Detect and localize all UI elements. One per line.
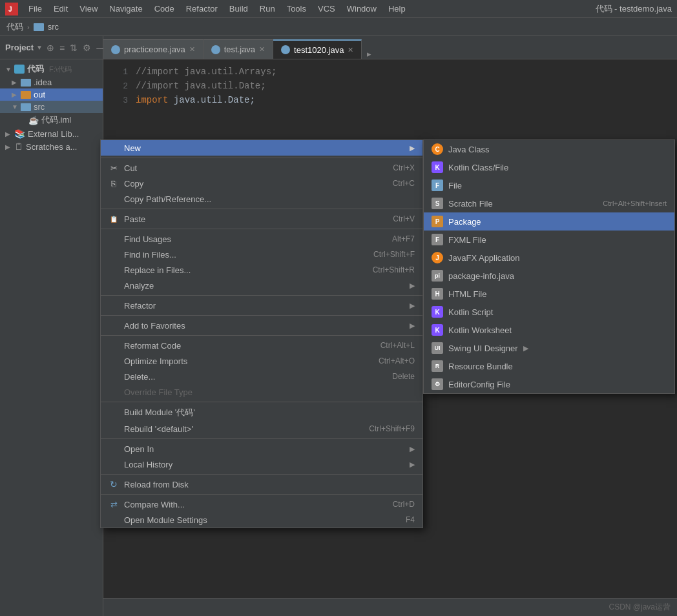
sub-icon-kscript: K xyxy=(432,306,443,318)
ctx-item-optimizeimports[interactable]: Optimize Imports Ctrl+Alt+O xyxy=(101,353,422,369)
ctx-item-copypath[interactable]: Copy Path/Reference... xyxy=(101,191,422,207)
tab-practiceone[interactable]: practiceone.java ✕ xyxy=(103,39,203,59)
tree-item-root[interactable]: ▼ 代码 F:\代码 xyxy=(0,62,103,76)
tab-close-test1020[interactable]: ✕ xyxy=(348,46,353,54)
ctx-refactor-icon xyxy=(109,300,119,311)
menu-run[interactable]: Run xyxy=(255,3,280,15)
tree-item-scratches[interactable]: ▶ 🗒 Scratches a... xyxy=(0,140,103,153)
tab-test1020[interactable]: test1020.java ✕ xyxy=(273,39,362,59)
ctx-item-reload[interactable]: Reload from Disk xyxy=(101,477,422,492)
menu-window[interactable]: Window xyxy=(342,3,382,15)
menu-code[interactable]: Code xyxy=(149,3,180,15)
sub-item-kotlinclass[interactable]: K Kotlin Class/File xyxy=(424,158,674,176)
ctx-item-findinfiles[interactable]: Find in Files... Ctrl+Shift+F xyxy=(101,247,422,262)
menu-file[interactable]: File xyxy=(23,3,47,15)
ctx-item-cut[interactable]: Cut Ctrl+X xyxy=(101,160,422,176)
ctx-openin-icon xyxy=(109,444,119,454)
sub-label-swing: Swing UI Designer xyxy=(448,344,518,353)
menu-vcs[interactable]: VCS xyxy=(313,3,340,15)
tab-more-btn[interactable]: ▸ xyxy=(362,49,377,59)
ctx-item-copy[interactable]: Copy Ctrl+C xyxy=(101,176,422,191)
ctx-replaceinfiles-shortcut: Ctrl+Shift+R xyxy=(373,265,415,274)
submenu-new[interactable]: C Java Class K Kotlin Class/File F File … xyxy=(423,139,675,394)
sub-item-html[interactable]: H HTML File xyxy=(424,285,674,303)
ctx-reload-icon xyxy=(109,479,119,489)
menu-navigate[interactable]: Navigate xyxy=(104,3,147,15)
tab-icon-test1020 xyxy=(281,45,290,54)
sub-item-javafx[interactable]: J JavaFX Application xyxy=(424,249,674,267)
sub-label-pkginfo: package-info.java xyxy=(448,271,514,281)
context-menu[interactable]: New ▶ Cut Ctrl+X Copy Ctrl+C Copy Path/R… xyxy=(100,139,423,528)
ctx-copypath-label: Copy Path/Reference... xyxy=(124,194,415,204)
sub-label-fxml: FXML File xyxy=(448,235,486,245)
sub-item-pkginfo[interactable]: pi package-info.java xyxy=(424,267,674,285)
menu-tools[interactable]: Tools xyxy=(282,3,311,15)
tree-item-src[interactable]: ▼ src xyxy=(0,101,103,113)
sub-item-package[interactable]: P Package xyxy=(424,212,674,231)
tree-item-out[interactable]: ▶ out xyxy=(0,88,103,101)
breadcrumb-item-root[interactable]: 代码 xyxy=(6,21,23,33)
sub-icon-swing: UI xyxy=(432,342,443,354)
sub-icon-fxml: F xyxy=(432,234,443,245)
sub-item-kscript[interactable]: K Kotlin Script xyxy=(424,303,674,321)
sidebar-collapse-btn[interactable]: ≡ xyxy=(58,41,66,54)
menu-build[interactable]: Build xyxy=(224,3,253,15)
ctx-item-favorites[interactable]: Add to Favorites ▶ xyxy=(101,318,422,333)
ctx-findusages-label: Find Usages xyxy=(124,234,387,244)
tree-label-scratches: Scratches a... xyxy=(26,142,77,152)
sub-label-resource: Resource Bundle xyxy=(448,362,513,371)
svg-text:J: J xyxy=(8,6,12,13)
sub-item-fxml[interactable]: F FXML File xyxy=(424,231,674,249)
sidebar-expand-btn[interactable]: ⇅ xyxy=(68,41,79,54)
line-number-3: 3 xyxy=(109,96,128,105)
sub-label-scratch: Scratch File xyxy=(448,199,493,209)
menu-edit[interactable]: Edit xyxy=(48,3,73,15)
sidebar-settings-btn[interactable]: ⚙ xyxy=(81,41,92,54)
tree-label-src: src xyxy=(34,102,45,112)
tree-item-idea[interactable]: ▶ .idea xyxy=(0,76,103,88)
sub-item-resource[interactable]: R Resource Bundle xyxy=(424,357,674,375)
sidebar-add-btn[interactable]: ⊕ xyxy=(45,41,56,54)
tab-close-practiceone[interactable]: ✕ xyxy=(189,45,195,54)
ctx-item-localhistory[interactable]: Local History ▶ xyxy=(101,457,422,472)
src-folder-icon xyxy=(21,103,31,111)
ctx-item-replaceinfiles[interactable]: Replace in Files... Ctrl+Shift+R xyxy=(101,262,422,278)
menubar: J File Edit View Navigate Code Refactor … xyxy=(0,0,677,18)
ctx-item-modsettings[interactable]: Open Module Settings F4 xyxy=(101,512,422,528)
ctx-item-analyze[interactable]: Analyze ▶ xyxy=(101,278,422,293)
ctx-favorites-icon xyxy=(109,320,119,331)
ctx-item-reformat[interactable]: Reformat Code Ctrl+Alt+L xyxy=(101,338,422,353)
ctx-item-refactor[interactable]: Refactor ▶ xyxy=(101,298,422,313)
sub-item-scratch[interactable]: S Scratch File Ctrl+Alt+Shift+Insert xyxy=(424,194,674,212)
sub-item-swing[interactable]: UI Swing UI Designer ▶ xyxy=(424,339,674,357)
ctx-item-buildmodule[interactable]: Build Module '代码' xyxy=(101,404,422,421)
tree-item-extlib[interactable]: ▶ 📚 External Lib... xyxy=(0,127,103,140)
ctx-item-openin[interactable]: Open In ▶ xyxy=(101,441,422,457)
sub-item-file[interactable]: F File xyxy=(424,176,674,194)
ctx-item-new[interactable]: New ▶ xyxy=(101,140,422,156)
menu-help[interactable]: Help xyxy=(383,3,411,15)
ctx-findinfiles-icon xyxy=(109,249,119,260)
ctx-cut-label: Cut xyxy=(124,163,388,173)
tab-test[interactable]: test.java ✕ xyxy=(203,39,273,59)
ctx-item-compare[interactable]: Compare With... Ctrl+D xyxy=(101,497,422,512)
ctx-item-paste[interactable]: Paste Ctrl+V xyxy=(101,211,422,227)
ctx-openin-arrow: ▶ xyxy=(410,445,415,453)
tab-close-test[interactable]: ✕ xyxy=(259,45,265,54)
ctx-modsettings-icon xyxy=(109,515,119,525)
ctx-item-rebuild[interactable]: Rebuild '<default>' Ctrl+Shift+F9 xyxy=(101,421,422,436)
ctx-item-delete[interactable]: Delete... Delete xyxy=(101,369,422,384)
sub-item-javaclass[interactable]: C Java Class xyxy=(424,140,674,158)
sub-item-editorconfig[interactable]: ⚙ EditorConfig File xyxy=(424,375,674,393)
sub-label-package: Package xyxy=(448,217,481,227)
sub-item-kworksheet[interactable]: K Kotlin Worksheet xyxy=(424,321,674,339)
ctx-sep-6 xyxy=(101,335,422,336)
ctx-modsettings-shortcut: F4 xyxy=(406,515,415,524)
ctx-item-findusages[interactable]: Find Usages Alt+F7 xyxy=(101,231,422,247)
tree-item-iml[interactable]: ▶ ☕ 代码.iml xyxy=(0,113,103,127)
breadcrumb-item-src[interactable]: src xyxy=(48,22,59,32)
sidebar-dropdown-icon[interactable]: ▼ xyxy=(36,44,43,51)
tree-sublabel-root: F:\代码 xyxy=(49,65,72,74)
menu-refactor[interactable]: Refactor xyxy=(181,3,223,15)
menu-view[interactable]: View xyxy=(74,3,103,15)
